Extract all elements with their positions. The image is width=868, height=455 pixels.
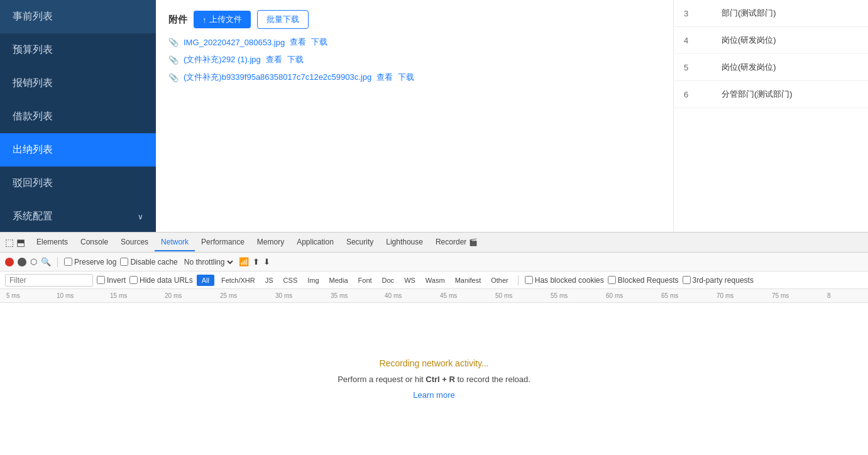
inspect-icon[interactable]: ⬚ <box>5 237 14 248</box>
separator <box>518 275 519 285</box>
learn-more-link[interactable]: Learn more <box>413 390 454 400</box>
tick-15ms: 15 ms <box>110 292 127 299</box>
sidebar-item-label: 事前列表 <box>13 11 53 21</box>
filter-all-button[interactable]: All <box>197 275 214 286</box>
file-item: 📎 (文件补充)b9339f95a86358017c7c12e2c59903c.… <box>168 72 661 83</box>
file-download-0[interactable]: 下载 <box>311 36 327 48</box>
file-icon: 📎 <box>168 38 179 47</box>
throttle-select[interactable]: No throttling <box>182 257 235 267</box>
third-party-label[interactable]: 3rd-party requests <box>683 276 754 285</box>
tab-network[interactable]: Network <box>155 234 195 251</box>
preserve-log-checkbox-label[interactable]: Preserve log <box>64 258 116 266</box>
file-download-2[interactable]: 下载 <box>398 72 414 83</box>
file-view-1[interactable]: 查看 <box>266 54 282 65</box>
file-view-0[interactable]: 查看 <box>290 36 306 48</box>
devtools-panel: ⬚ ⬒ Elements Console Sources Network Per… <box>0 232 868 455</box>
filter-type-font[interactable]: Font <box>355 276 375 285</box>
sidebar-item-budget[interactable]: 预算列表 <box>0 33 156 67</box>
disable-cache-checkbox[interactable] <box>120 258 128 266</box>
row-value: 岗位(研发岗位) <box>711 54 868 81</box>
upload-icon: ↑ <box>202 15 207 25</box>
tab-application[interactable]: Application <box>290 234 340 251</box>
filter-type-manifest[interactable]: Manifest <box>452 276 485 285</box>
filter-input[interactable] <box>5 274 93 287</box>
sidebar-item-label: 借款列表 <box>13 111 53 121</box>
tab-console[interactable]: Console <box>74 234 114 251</box>
file-name-1[interactable]: (文件补充)292 (1).jpg <box>184 54 261 65</box>
tab-security[interactable]: Security <box>340 234 380 251</box>
file-name-2[interactable]: (文件补充)b9339f95a86358017c7c12e2c59903c.jp… <box>184 72 371 83</box>
hide-data-urls-label[interactable]: Hide data URLs <box>129 276 193 285</box>
devtools-toolbar: ⬡ 🔍 Preserve log Disable cache No thrott… <box>0 253 868 271</box>
batch-download-button[interactable]: 批量下载 <box>257 10 309 29</box>
tab-elements[interactable]: Elements <box>30 234 74 251</box>
sidebar-item-label: 系统配置 <box>13 210 53 223</box>
attachment-label: 附件 <box>168 14 187 26</box>
sidebar-item-expense[interactable]: 报销列表 <box>0 67 156 100</box>
tick-20ms: 20 ms <box>165 292 182 299</box>
file-icon: 📎 <box>168 55 179 65</box>
online-icon[interactable]: 📶 <box>239 257 249 266</box>
tab-recorder[interactable]: Recorder 🎬 <box>429 234 484 251</box>
center-content: 附件 ↑ 上传文件 批量下载 📎 IMG_20220427_080653.jpg… <box>156 0 673 232</box>
tab-sources[interactable]: Sources <box>114 234 155 251</box>
filter-type-xhr[interactable]: Fetch/XHR <box>218 276 258 285</box>
row-value: 部门(测试部门) <box>711 0 868 27</box>
row-index: 5 <box>674 54 711 81</box>
sidebar-item-payment[interactable]: 出纳列表 <box>0 133 156 167</box>
tab-memory[interactable]: Memory <box>251 234 290 251</box>
blocked-requests-label[interactable]: Blocked Requests <box>608 276 679 285</box>
row-index: 4 <box>674 27 711 54</box>
filter-type-js[interactable]: JS <box>262 276 277 285</box>
search-icon[interactable]: 🔍 <box>41 257 51 266</box>
sidebar-item-reject[interactable]: 驳回列表 <box>0 167 156 200</box>
devtools-tabs: ⬚ ⬒ Elements Console Sources Network Per… <box>0 233 868 253</box>
filter-type-wasm[interactable]: Wasm <box>422 276 448 285</box>
filter-icon[interactable]: ⬡ <box>30 257 37 266</box>
disable-cache-checkbox-label[interactable]: Disable cache <box>120 258 177 266</box>
sidebar-item-prereq[interactable]: 事前列表 <box>0 0 156 33</box>
stop-button[interactable] <box>18 258 26 266</box>
tab-lighthouse[interactable]: Lighthouse <box>380 234 429 251</box>
table-row: 5 岗位(研发岗位) <box>674 54 868 81</box>
filter-type-img[interactable]: Img <box>304 276 322 285</box>
network-hint: Perform a request or hit Ctrl + R to rec… <box>338 375 530 384</box>
tab-performance[interactable]: Performance <box>195 234 251 251</box>
file-item: 📎 IMG_20220427_080653.jpg 查看 下载 <box>168 36 661 48</box>
has-blocked-cookies-checkbox[interactable] <box>525 276 533 284</box>
sidebar-item-label: 出纳列表 <box>13 144 53 155</box>
hide-data-urls-checkbox[interactable] <box>129 276 138 284</box>
sidebar-item-sysconfig[interactable]: 系统配置 ∨ <box>0 200 156 232</box>
file-icon: 📎 <box>168 73 179 82</box>
upload-button[interactable]: ↑ 上传文件 <box>194 11 251 28</box>
file-view-2[interactable]: 查看 <box>376 72 393 83</box>
tick-50ms: 50 ms <box>495 292 512 299</box>
file-name-0[interactable]: IMG_20220427_080653.jpg <box>184 38 285 47</box>
filter-type-media[interactable]: Media <box>326 276 351 285</box>
third-party-checkbox[interactable] <box>683 276 691 284</box>
export-icon[interactable]: ⬇ <box>263 257 270 266</box>
recorder-icon: 🎬 <box>469 238 478 246</box>
sidebar-item-label: 报销列表 <box>13 77 53 88</box>
separator <box>57 257 58 267</box>
tick-40ms: 40 ms <box>385 292 402 299</box>
tick-55ms: 55 ms <box>551 292 568 299</box>
invert-checkbox[interactable] <box>97 276 105 284</box>
file-download-1[interactable]: 下载 <box>287 54 304 65</box>
preserve-log-checkbox[interactable] <box>64 258 72 266</box>
sidebar-item-loan[interactable]: 借款列表 <box>0 100 156 133</box>
row-index: 6 <box>674 81 711 108</box>
filter-type-other[interactable]: Other <box>488 276 512 285</box>
import-icon[interactable]: ⬆ <box>253 257 260 266</box>
device-icon[interactable]: ⬒ <box>16 237 25 248</box>
table-row: 3 部门(测试部门) <box>674 0 868 27</box>
tick-30ms: 30 ms <box>275 292 292 299</box>
record-button[interactable] <box>5 258 14 266</box>
invert-checkbox-label[interactable]: Invert <box>97 276 126 285</box>
filter-type-doc[interactable]: Doc <box>379 276 398 285</box>
row-value: 岗位(研发岗位) <box>711 27 868 54</box>
blocked-requests-checkbox[interactable] <box>608 276 616 284</box>
filter-type-css[interactable]: CSS <box>280 276 301 285</box>
filter-type-ws[interactable]: WS <box>401 276 419 285</box>
has-blocked-cookies-label[interactable]: Has blocked cookies <box>525 276 604 285</box>
